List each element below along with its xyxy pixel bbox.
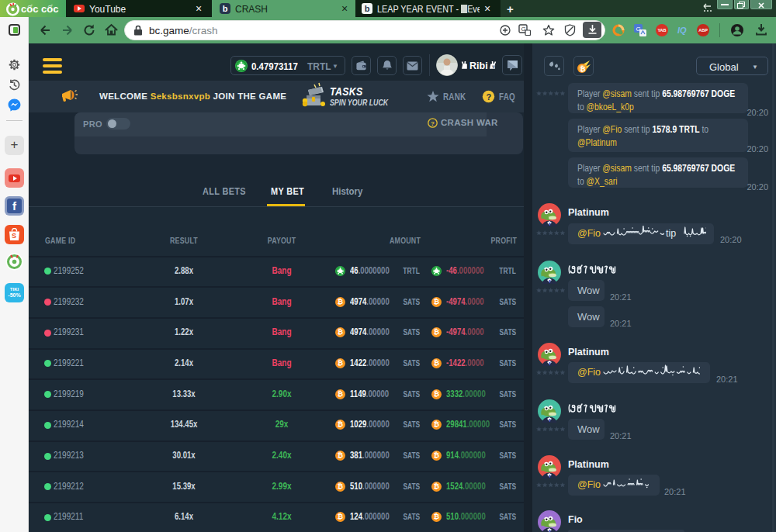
svg-text:?: ? [487, 92, 492, 102]
svg-text:S: S [12, 232, 16, 240]
svg-text:?: ? [431, 120, 435, 127]
svg-text:₿: ₿ [580, 65, 585, 73]
